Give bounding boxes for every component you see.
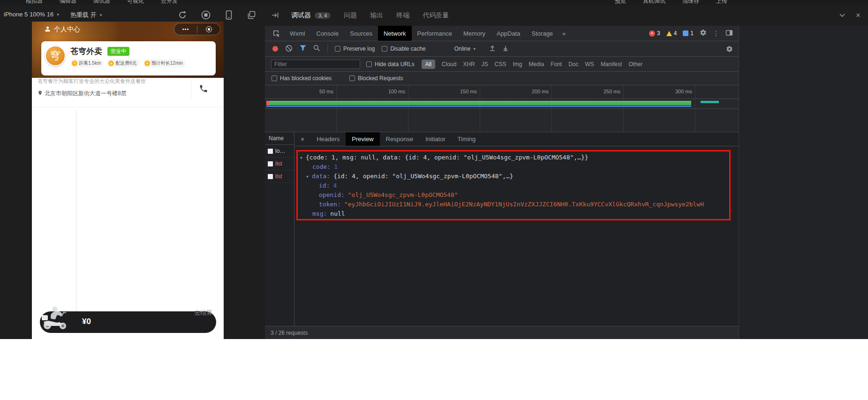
tab-network[interactable]: Network xyxy=(378,26,412,41)
import-har-icon[interactable] xyxy=(489,45,496,53)
record-button[interactable] xyxy=(272,46,278,52)
tab-timing[interactable]: Timing xyxy=(452,132,482,146)
filter-funnel-icon[interactable] xyxy=(300,45,306,53)
menu-item[interactable]: 模拟器 xyxy=(26,0,43,5)
tab-headers[interactable]: Headers xyxy=(310,132,346,146)
chip-font[interactable]: Font xyxy=(551,61,562,68)
chip-doc[interactable]: Doc xyxy=(568,61,578,68)
menu-item[interactable]: 真机调试 xyxy=(643,0,665,5)
phone-device-icon[interactable] xyxy=(224,10,234,20)
chip-img[interactable]: Img xyxy=(513,61,522,68)
tab-response[interactable]: Response xyxy=(380,132,420,146)
warning-count[interactable]: 4 xyxy=(666,30,677,37)
capsule-menu-icon[interactable]: ••• xyxy=(174,23,197,35)
blocked-filter-row: Has blocked cookies Blocked Requests xyxy=(265,72,739,85)
clear-icon[interactable] xyxy=(285,45,293,53)
request-list-header[interactable]: Name xyxy=(265,132,294,145)
inspect-element-icon[interactable] xyxy=(272,30,280,38)
tab-memory[interactable]: Memory xyxy=(458,26,491,41)
menu-item[interactable]: 可视化 xyxy=(127,0,144,5)
chip-other[interactable]: Other xyxy=(628,61,642,68)
request-row[interactable]: lo… xyxy=(265,145,294,158)
chip-xhr[interactable]: XHR xyxy=(463,61,475,68)
preserve-log-checkbox[interactable]: Preserve log xyxy=(335,45,375,52)
blocked-requests-checkbox[interactable]: Blocked Requests xyxy=(349,75,403,82)
annotation-highlight-box: ▾{code: 1, msg: null, data: {id: 4, open… xyxy=(296,150,731,220)
network-status-bar: 3 / 26 requests xyxy=(265,326,739,339)
inspector: Wxml Console Sources Network Performance… xyxy=(265,26,739,339)
close-panel-icon[interactable]: × xyxy=(856,11,860,19)
tab-wxml[interactable]: Wxml xyxy=(284,26,311,41)
tab-storage[interactable]: Storage xyxy=(526,26,559,41)
checkout-button[interactable]: 去结算 xyxy=(194,309,212,317)
chip-js[interactable]: JS xyxy=(482,61,488,68)
menu-item[interactable]: 清缓存 xyxy=(682,0,699,5)
tab-code-quality[interactable]: 代码质量 xyxy=(416,5,455,26)
stop-icon[interactable] xyxy=(201,10,211,20)
chip-media[interactable]: Media xyxy=(528,61,544,68)
chevron-down-icon: ▾ xyxy=(473,46,476,51)
device-selector[interactable]: iPhone 5 100% 16 ▾ xyxy=(4,11,59,18)
menu-item[interactable]: 编辑器 xyxy=(60,0,76,5)
close-detail-icon[interactable]: × xyxy=(294,136,310,143)
expand-panel-icon[interactable] xyxy=(272,12,279,19)
request-row[interactable]: list xyxy=(265,170,294,183)
search-icon[interactable] xyxy=(313,45,320,53)
tab-preview[interactable]: Preview xyxy=(346,132,379,146)
more-options-icon[interactable]: ⋮ xyxy=(713,30,719,37)
disclosure-arrow-icon[interactable]: ▾ xyxy=(306,172,312,181)
network-timeline-overview[interactable]: 50 ms 100 ms 150 ms 200 ms 250 ms 300 ms xyxy=(265,85,739,132)
store-description: 苍穹餐厅为顾客打造专业的大众化美食外送餐饮 xyxy=(38,78,188,85)
tab-performance[interactable]: Performance xyxy=(412,26,458,41)
layers-icon[interactable] xyxy=(247,10,257,20)
more-tabs-icon[interactable]: » xyxy=(559,26,569,41)
request-row[interactable]: list xyxy=(265,158,294,170)
call-store-button[interactable] xyxy=(196,81,211,98)
tab-initiator[interactable]: Initiator xyxy=(419,132,452,146)
restart-icon[interactable] xyxy=(177,10,188,20)
hot-reload-toggle[interactable]: 热重载 开 ▾ xyxy=(70,11,102,19)
disable-cache-checkbox[interactable]: Disable cache xyxy=(382,45,425,52)
devtools-panel: 调试器 3, 4 问题 输出 终端 代码质量 × Wxml Console So… xyxy=(265,5,868,339)
chip-manifest[interactable]: Manifest xyxy=(601,61,622,68)
collapse-panel-icon[interactable] xyxy=(839,12,845,19)
tab-terminal[interactable]: 终端 xyxy=(390,5,416,26)
chip-cloud[interactable]: Cloud xyxy=(442,61,456,68)
network-settings-gear-icon[interactable] xyxy=(726,45,733,53)
hot-reload-label: 热重载 开 xyxy=(70,11,97,19)
timeline-tick: 100 ms xyxy=(372,89,405,94)
throttling-select[interactable]: Online ▾ xyxy=(454,45,476,52)
blocked-cookies-checkbox[interactable]: Has blocked cookies xyxy=(272,75,332,82)
network-filter-row: Hide data URLs All Cloud XHR JS CSS Img … xyxy=(265,57,739,72)
chip-css[interactable]: CSS xyxy=(495,61,506,68)
timeline-tick: 200 ms xyxy=(516,89,549,94)
menu-item[interactable]: 调试器 xyxy=(93,0,110,5)
call-divider xyxy=(191,81,191,98)
tab-console[interactable]: Console xyxy=(311,26,345,41)
dock-side-icon[interactable] xyxy=(725,30,733,38)
menu-item[interactable]: 上传 xyxy=(716,0,727,5)
tab-output[interactable]: 输出 xyxy=(363,5,390,26)
cart-bar[interactable]: ¥0 去结算 xyxy=(40,311,216,333)
message-count[interactable]: 1 xyxy=(683,30,694,37)
flash-icon xyxy=(144,60,150,66)
menu-item[interactable]: 预览 xyxy=(615,0,626,5)
person-icon xyxy=(44,25,51,34)
tab-appdata[interactable]: AppData xyxy=(491,26,526,41)
top-menu-strip: 模拟器 编辑器 调试器 可视化 云开发 预览 真机调试 清缓存 上传 xyxy=(0,0,868,5)
menu-item[interactable]: 云开发 xyxy=(161,0,178,5)
tab-debugger[interactable]: 调试器 3, 4 xyxy=(285,5,337,26)
tab-problems[interactable]: 问题 xyxy=(337,5,363,26)
chip-all[interactable]: All xyxy=(422,60,435,69)
chip-ws[interactable]: WS xyxy=(585,61,594,68)
hide-data-urls-checkbox[interactable]: Hide data URLs xyxy=(366,61,415,68)
export-har-icon[interactable] xyxy=(502,45,509,53)
miniprogram-capsule: ••• xyxy=(174,23,220,35)
tab-sources[interactable]: Sources xyxy=(344,26,378,41)
simulator-panel: iPhone 5 100% 16 ▾ 热重载 开 ▾ 个人中心 •• xyxy=(0,5,265,339)
disclosure-arrow-icon[interactable]: ▾ xyxy=(300,153,306,163)
capsule-exit-icon[interactable] xyxy=(197,26,220,32)
settings-gear-icon[interactable] xyxy=(700,29,707,38)
error-count[interactable]: ×3 xyxy=(649,30,660,37)
network-filter-input[interactable] xyxy=(271,60,360,69)
